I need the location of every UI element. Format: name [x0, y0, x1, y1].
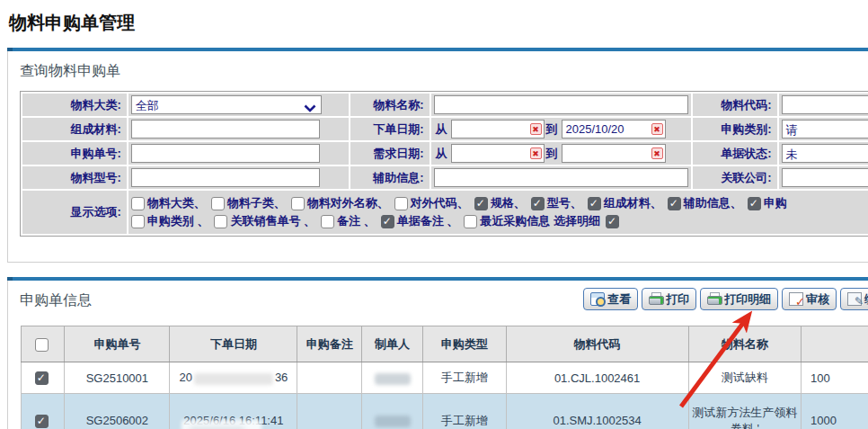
order-date-from-label: 从: [436, 121, 447, 138]
material-model-label: 物料型号:: [22, 166, 127, 189]
view-icon: [590, 292, 605, 306]
requisition-type-cell: 手工新增: [422, 362, 506, 394]
button-label: 打印: [666, 291, 689, 308]
display-option-checkbox[interactable]: [464, 215, 477, 228]
column-header-empty: [22, 326, 65, 362]
display-option-label: 物料子类、: [227, 195, 286, 211]
demand-date-to-input[interactable]: ✖: [562, 144, 666, 163]
column-header: 物料代码: [506, 326, 688, 362]
aux-info-input[interactable]: [434, 168, 688, 187]
display-option-checkbox[interactable]: [381, 215, 394, 228]
display-option-checkbox[interactable]: [668, 197, 681, 210]
display-option-checkbox[interactable]: [131, 215, 145, 228]
column-header: 申购备注: [297, 326, 362, 362]
display-option-label: 关联销售单号 、: [230, 213, 315, 229]
material-code-cell: 01.CJL.1002461: [506, 362, 688, 394]
edit-icon: [847, 292, 862, 306]
requisition-table: 申购单号下单日期申购备注制单人申购类型物料代码物料名称 SG2510001203…: [21, 326, 868, 429]
search-panel-title: 查询物料申购单: [20, 62, 120, 81]
display-option: 申购: [748, 195, 787, 211]
table-header-row: 申购单号下单日期申购备注制单人申购类型物料代码物料名称: [22, 326, 868, 362]
打印-button[interactable]: 打印: [642, 288, 696, 310]
table-row[interactable]: SG25060022025/6/16 16:11:41手工新增01.SMJ.10…: [22, 394, 868, 429]
aux-info-label: 辅助信息:: [350, 166, 430, 189]
requisition-no-input[interactable]: [131, 144, 320, 163]
doc-status-label: 单据状态:: [693, 142, 776, 165]
打印明细-button[interactable]: 打印明细: [700, 288, 778, 310]
display-option: 备注 、: [321, 213, 376, 229]
display-option-checkbox[interactable]: [531, 197, 545, 210]
审核-button[interactable]: 审核: [782, 288, 837, 310]
display-option-checkbox[interactable]: [131, 197, 145, 210]
results-panel: 申购单信息 查看打印打印明细审核编辑 申购单号下单日期申购备注制单人申购类型物料…: [7, 277, 868, 429]
material-category-label: 物料大类:: [22, 94, 127, 116]
date-picker-icon[interactable]: ✖: [530, 147, 542, 159]
requisition-no-cell: SG2510001: [65, 362, 170, 394]
material-category-select[interactable]: 全部: [131, 95, 322, 114]
display-option-checkbox[interactable]: [748, 197, 761, 210]
display-option-checkbox[interactable]: [291, 197, 305, 210]
order-date-from-input[interactable]: ✖: [451, 120, 545, 139]
编辑-button[interactable]: 编辑: [840, 288, 868, 310]
demand-date-from-input[interactable]: ✖: [451, 144, 545, 163]
page-title: 物料申购单管理: [9, 11, 135, 35]
display-option: 组成材料、: [588, 195, 662, 211]
display-option-checkbox[interactable]: [474, 197, 488, 210]
form-row-3: 申购单号: 需求日期: 从✖到✖ 单据状态: 未: [22, 142, 868, 165]
material-name-cell: 测试缺料: [688, 362, 801, 394]
查看-button[interactable]: 查看: [583, 288, 638, 310]
form-row-4: 物料型号: 辅助信息: 关联公司:: [22, 166, 868, 189]
display-option-label: 辅助信息、: [684, 195, 742, 211]
display-option-label: 组成材料、: [604, 195, 662, 211]
display-option: 单据备注 、: [381, 213, 459, 229]
display-options-line1: 物料大类、物料子类、物料对外名称、对外代码、规格、型号、组成材料、辅助信息、申购: [131, 194, 868, 212]
display-option: 对外代码、: [394, 195, 469, 211]
row-checkbox[interactable]: [35, 371, 49, 385]
material-code-cell: 01.SMJ.1002534: [506, 394, 688, 429]
order-date-to-input[interactable]: 2025/10/20✖: [562, 120, 666, 139]
display-option: 申购类别 、: [131, 213, 209, 229]
display-option: [606, 215, 622, 228]
display-option-label: 规格、: [491, 195, 526, 211]
material-code-label: 物料代码:: [693, 94, 776, 116]
material-model-input[interactable]: [131, 168, 320, 187]
display-option-checkbox[interactable]: [211, 197, 225, 210]
results-panel-title: 申购单信息: [20, 291, 92, 310]
requisition-type-cell: 手工新增: [422, 394, 506, 429]
search-panel: 查询物料申购单 物料大类: 全部 物料名称: 物料代码: 组成材料: 下单日期:: [7, 48, 868, 263]
quantity-cell: 100: [802, 362, 868, 394]
creator-cell: [362, 362, 423, 394]
display-option-checkbox[interactable]: [606, 215, 619, 228]
search-form: 物料大类: 全部 物料名称: 物料代码: 组成材料: 下单日期: 从✖到2025…: [20, 91, 868, 237]
display-options-line2: 申购类别 、关联销售单号 、备注 、单据备注 、最近采购信息 选择明细: [131, 212, 868, 230]
display-option-checkbox[interactable]: [588, 197, 601, 210]
quantity-cell: 1000: [802, 394, 868, 429]
component-material-input[interactable]: [131, 120, 320, 139]
order-date-to-label: 到: [546, 121, 558, 138]
requisition-remark-cell: [297, 394, 362, 429]
form-row-1: 物料大类: 全部 物料名称: 物料代码:: [22, 94, 868, 116]
material-name-input[interactable]: [434, 95, 688, 114]
date-picker-icon[interactable]: ✖: [651, 123, 663, 135]
display-option-label: 单据备注 、: [397, 213, 459, 229]
display-option-checkbox[interactable]: [321, 215, 334, 228]
print-detail-icon: [707, 292, 722, 306]
requisition-category-select[interactable]: 请: [782, 120, 868, 139]
print-icon: [649, 292, 663, 306]
doc-status-select[interactable]: 未: [782, 144, 868, 163]
material-code-input[interactable]: [782, 95, 868, 114]
date-picker-icon[interactable]: ✖: [530, 123, 542, 135]
row-checkbox[interactable]: [35, 415, 49, 428]
display-option-checkbox[interactable]: [394, 197, 408, 210]
display-option: 物料子类、: [211, 195, 286, 211]
display-option-checkbox[interactable]: [214, 215, 227, 228]
date-picker-icon[interactable]: ✖: [651, 147, 663, 159]
audit-icon: [789, 292, 803, 306]
results-toolbar: 查看打印打印明细审核编辑: [583, 288, 868, 310]
form-row-2: 组成材料: 下单日期: 从✖到2025/10/20✖ 申购类别: 请: [22, 118, 868, 140]
requisition-category-label: 申购类别:: [693, 118, 776, 140]
select-all-checkbox[interactable]: [35, 338, 49, 352]
table-row[interactable]: SG25100012036手工新增01.CJL.1002461测试缺料100: [22, 362, 868, 394]
component-material-label: 组成材料:: [22, 118, 127, 140]
related-company-input[interactable]: [782, 168, 868, 187]
